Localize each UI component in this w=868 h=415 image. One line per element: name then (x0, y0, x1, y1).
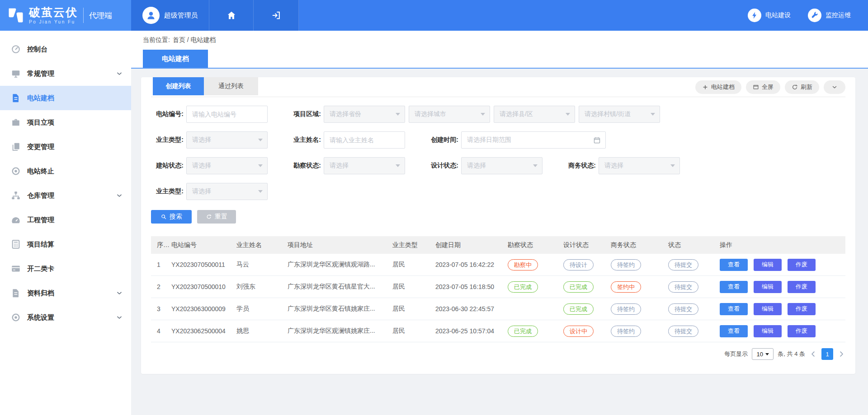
search-label: 搜索 (170, 213, 182, 221)
refresh-button[interactable]: 刷新 (785, 80, 819, 94)
page-number-1[interactable]: 1 (821, 348, 833, 360)
sidebar-item-document[interactable]: 电站建档 (0, 86, 131, 110)
city-placeholder: 请选择城市 (415, 110, 446, 118)
logout-button[interactable] (254, 0, 299, 31)
sidebar-item-stop-circle[interactable]: 电站终止 (0, 159, 131, 183)
tab-create-list[interactable]: 创建列表 (153, 77, 204, 95)
filter-row-4: 业主类型: 请选择 (151, 183, 845, 200)
edit-button[interactable]: 编辑 (754, 325, 782, 337)
town-select[interactable]: 请选择村镇/街道 (579, 106, 660, 123)
edit-button[interactable]: 编辑 (754, 303, 782, 315)
per-page-select[interactable]: 10 (752, 348, 774, 360)
owner-name: 马云 (236, 261, 288, 269)
business-status-badge-cell: 待签约 (611, 326, 668, 337)
void-button[interactable]: 作废 (788, 303, 816, 315)
reset-button[interactable]: 重置 (197, 210, 236, 224)
sidebar-item-label: 项目立项 (27, 118, 54, 127)
chevron-down-icon (116, 289, 123, 297)
owner-name: 姚思 (236, 327, 288, 335)
caret-down-icon (765, 353, 769, 355)
bolt-icon (748, 9, 761, 22)
view-button[interactable]: 查看 (720, 281, 748, 293)
business-status-label: 商务状态: (563, 162, 596, 170)
sidebar-item-bank-card[interactable]: 开二类卡 (0, 256, 131, 281)
caret-down-icon (396, 113, 400, 116)
build-status-select[interactable]: 请选择 (186, 157, 268, 174)
province-select[interactable]: 请选择省份 (324, 106, 405, 123)
sidebar-item-monitor[interactable]: 常规管理 (0, 61, 131, 86)
sidebar-item-label: 常规管理 (27, 70, 54, 78)
nav-monitor-ops-label: 监控运维 (826, 11, 851, 19)
owner-name: 刘强东 (236, 283, 288, 291)
design-status-badge: 设计中 (563, 326, 594, 337)
business-status-select[interactable]: 请选择 (599, 157, 680, 174)
column-header: 商务状态 (611, 241, 668, 249)
next-page-button[interactable] (837, 350, 845, 358)
sidebar-item-briefcase[interactable]: 项目立项 (0, 110, 131, 135)
chevron-down-icon (116, 314, 123, 321)
date-range-picker[interactable]: 请选择日期范围 (461, 131, 606, 149)
created-date: 2023-07-05 16:42:22 (435, 261, 508, 268)
owner-type-select[interactable]: 请选择 (186, 131, 268, 149)
sidebar-item-label: 变更管理 (27, 143, 54, 151)
document-icon (11, 93, 21, 103)
stop-circle-icon (11, 166, 21, 176)
column-header: 业主姓名 (236, 241, 288, 249)
tab-passed-list[interactable]: 通过列表 (204, 77, 258, 95)
station-code: YX2023063000009 (171, 305, 236, 312)
user-menu[interactable]: 超级管理员 (131, 0, 209, 31)
status-badge: 待提交 (668, 326, 698, 337)
prev-page-button[interactable] (809, 350, 817, 358)
void-button[interactable]: 作废 (788, 325, 816, 337)
edit-button[interactable]: 编辑 (754, 281, 782, 293)
owner-name-input[interactable] (324, 131, 405, 149)
sidebar-item-dashboard[interactable]: 控制台 (0, 37, 131, 61)
create-station-button[interactable]: 电站建档 (695, 80, 741, 94)
brand-text: 破茧云伏 Po Jian Yun Fu (29, 7, 78, 24)
owner-type-2-select[interactable]: 请选择 (186, 183, 268, 200)
station-code-input[interactable] (186, 106, 268, 123)
sidebar-item-calculator[interactable]: 项目结算 (0, 232, 131, 256)
home-button[interactable] (209, 0, 254, 31)
per-page-label: 每页显示 (724, 350, 748, 358)
city-select[interactable]: 请选择城市 (409, 106, 490, 123)
sidebar-item-settings[interactable]: 系统设置 (0, 305, 131, 330)
sidebar-item-label: 仓库管理 (27, 191, 54, 200)
design-status-badge-cell: 待设计 (563, 259, 611, 270)
void-button[interactable]: 作废 (788, 259, 816, 271)
view-button[interactable]: 查看 (720, 303, 748, 315)
edit-button[interactable]: 编辑 (754, 259, 782, 271)
design-status-select[interactable]: 请选择 (461, 157, 542, 174)
calendar-icon (593, 136, 601, 144)
sidebar-item-warehouse[interactable]: 仓库管理 (0, 183, 131, 208)
table-row: 3YX2023063000009学员广东深圳龙华区黄石镇姚家庄...居民2023… (151, 298, 845, 320)
create-station-label: 电站建档 (711, 83, 735, 91)
fullscreen-icon (753, 84, 759, 90)
status-badge: 待提交 (668, 303, 698, 315)
sidebar-item-copy[interactable]: 变更管理 (0, 135, 131, 159)
view-button[interactable]: 查看 (720, 325, 748, 337)
collapse-toolbar-button[interactable] (824, 80, 845, 94)
county-select[interactable]: 请选择县/区 (494, 106, 575, 123)
project-address: 广东深圳龙华区观澜镇观湖路... (288, 261, 392, 269)
fullscreen-button[interactable]: 全屏 (746, 80, 780, 94)
sidebar-item-archive[interactable]: 资料归档 (0, 281, 131, 305)
town-placeholder: 请选择村镇/街道 (585, 110, 631, 118)
nav-monitor-ops[interactable]: 监控运维 (808, 0, 851, 31)
page-tab-station-archive[interactable]: 电站建档 (143, 50, 208, 68)
avatar (142, 7, 160, 24)
view-button[interactable]: 查看 (720, 259, 748, 271)
survey-status-select[interactable]: 请选择 (324, 157, 405, 174)
design-status-badge-cell: 已完成 (563, 303, 611, 315)
void-button[interactable]: 作废 (788, 281, 816, 293)
survey-status-badge-cell: 已完成 (508, 326, 563, 337)
caret-down-icon (533, 164, 538, 167)
column-header: 创建日期 (435, 241, 508, 249)
nav-station-build[interactable]: 电站建设 (748, 0, 791, 31)
search-button[interactable]: 搜索 (151, 210, 192, 224)
sidebar-item-gauge[interactable]: 工程管理 (0, 208, 131, 232)
column-header: 状态 (668, 241, 720, 249)
breadcrumb-path[interactable]: 首页 / 电站建档 (173, 36, 216, 44)
chevron-down-icon (116, 192, 123, 199)
build-status-label: 建站状态: (151, 162, 184, 170)
